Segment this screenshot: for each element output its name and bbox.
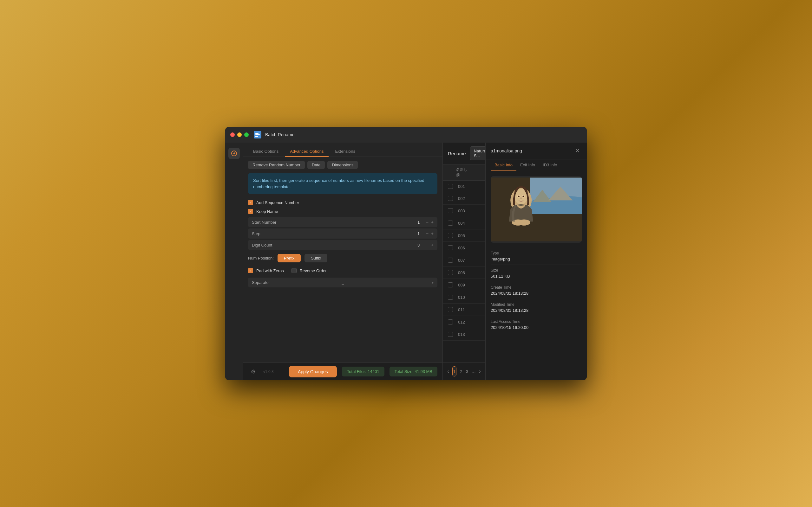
remove-random-number-button[interactable]: Remove Random Number	[248, 161, 305, 169]
file-row-checkbox[interactable]	[448, 307, 453, 312]
separator-dropdown-icon[interactable]: ▾	[432, 280, 434, 285]
svg-point-11	[522, 195, 524, 197]
page-button-3[interactable]: 3	[465, 366, 469, 377]
file-row-checkbox[interactable]	[448, 208, 453, 213]
pagination-next[interactable]: ›	[478, 367, 481, 376]
file-row-checkbox[interactable]	[448, 233, 453, 238]
file-list-item[interactable]: alert_副本.png 002	[443, 192, 485, 205]
tab-id3-info[interactable]: ID3 Info	[539, 159, 561, 171]
right-panel-close-button[interactable]: ✕	[573, 147, 582, 155]
size-label: Size	[491, 268, 582, 273]
add-sequence-checkbox[interactable]: ✓	[248, 200, 253, 205]
modified-time-field: Modified Time 2024/08/31 18:13:28	[491, 299, 582, 316]
separator-value[interactable]: _	[342, 280, 429, 285]
pagination-prev[interactable]: ‹	[447, 367, 450, 376]
page-button-2[interactable]: 2	[459, 366, 463, 377]
file-list-item[interactable]: alert_副本12.png 013	[443, 328, 485, 341]
file-row-checkbox[interactable]	[448, 184, 453, 189]
step-label: Step	[252, 231, 411, 236]
step-decrement[interactable]: −	[426, 231, 428, 236]
dimensions-button[interactable]: Dimensions	[327, 161, 358, 169]
app-title: Batch Rename	[265, 132, 295, 137]
description-box: Sort files first, then generate a sequen…	[248, 173, 438, 194]
step-value[interactable]: 1	[414, 231, 423, 236]
sidebar-rename-icon[interactable]	[229, 148, 240, 159]
apply-changes-button[interactable]: Apply Changes	[289, 366, 337, 377]
date-button[interactable]: Date	[307, 161, 325, 169]
digit-count-decrement[interactable]: −	[426, 242, 428, 247]
last-access-time-field: Last Access Time 2024/10/15 16:20:00	[491, 316, 582, 333]
file-row-checkbox[interactable]	[448, 295, 453, 300]
keep-name-checkbox[interactable]: ✓	[248, 209, 253, 214]
info-section: Type image/png Size 501.12 KB Create Tim…	[486, 248, 587, 380]
file-row-checkbox[interactable]	[448, 320, 453, 325]
total-size-stat: Total Size: 41.93 MB	[390, 367, 438, 377]
svg-point-10	[518, 195, 519, 197]
tab-basic-options[interactable]: Basic Options	[248, 147, 284, 157]
digit-count-increment[interactable]: +	[431, 242, 434, 247]
tab-advanced-options[interactable]: Advanced Options	[285, 147, 328, 157]
file-row-checkbox[interactable]	[448, 270, 453, 275]
file-list-item[interactable]: alert_副本2.png 003	[443, 205, 485, 217]
file-list-item[interactable]: alert_副本6.png 007	[443, 254, 485, 267]
file-row-checkbox[interactable]	[448, 221, 453, 226]
pad-zeros-checkbox[interactable]: ✓	[248, 268, 253, 273]
start-number-value[interactable]: 1	[414, 220, 423, 225]
digit-count-controls: − +	[426, 242, 434, 247]
file-list-item[interactable]: alert_副本4.png 005	[443, 229, 485, 242]
file-list-item[interactable]: a1monalisa.png 001	[443, 181, 485, 192]
file-list-item[interactable]: alert_副本10.png 011	[443, 303, 485, 316]
file-list-item[interactable]: alert_副本11.png 012	[443, 316, 485, 328]
step-increment[interactable]: +	[431, 231, 434, 236]
tab-basic-info[interactable]: Basic Info	[491, 159, 516, 171]
file-row-checkbox[interactable]	[448, 258, 453, 263]
page-button-1[interactable]: 1	[452, 366, 456, 377]
maximize-traffic-light[interactable]	[244, 132, 249, 137]
file-list: a1monalisa.png 001 alert_副本.png 002 aler…	[443, 181, 485, 362]
start-number-decrement[interactable]: −	[426, 220, 428, 225]
digit-count-value[interactable]: 3	[414, 243, 423, 247]
create-time-value: 2024/08/31 18:13:28	[491, 291, 582, 296]
pad-zeros-row: ✓ Pad with Zeros	[248, 266, 284, 275]
svg-point-13	[518, 220, 530, 226]
file-row-checkbox[interactable]	[448, 196, 453, 201]
column-headers: 名前 新し	[443, 164, 485, 181]
last-access-time-label: Last Access Time	[491, 320, 582, 324]
num-position-label: Num Position:	[248, 256, 274, 261]
file-list-item[interactable]: alert_副本3.png 004	[443, 217, 485, 229]
file-list-item[interactable]: alert_副本5.png 006	[443, 242, 485, 254]
pagination: ‹ 1 2 3 ... ›	[443, 362, 485, 380]
start-number-increment[interactable]: +	[431, 220, 434, 225]
file-row-checkbox[interactable]	[448, 282, 453, 287]
pad-zeros-label: Pad with Zeros	[256, 268, 284, 273]
version-text: v1.0.3	[263, 370, 274, 374]
file-row-new-name: 013	[458, 332, 480, 337]
separator-row: Separator _ ▾	[248, 278, 438, 287]
prefix-button[interactable]: Prefix	[277, 254, 301, 262]
minimize-traffic-light[interactable]	[237, 132, 242, 137]
file-row-checkbox[interactable]	[448, 245, 453, 250]
suffix-button[interactable]: Suffix	[305, 254, 327, 262]
app-window: Batch Rename Basic Options Advanced Opti…	[225, 127, 587, 380]
rename-header: Rename Natural S... ▾ Ascending	[443, 143, 485, 164]
modified-time-value: 2024/08/31 18:13:28	[491, 308, 582, 313]
header-checkbox-col	[448, 167, 456, 178]
settings-icon-button[interactable]: ⚙	[248, 367, 258, 377]
close-traffic-light[interactable]	[230, 132, 235, 137]
add-sequence-row: ✓ Add Sequence Number	[248, 198, 438, 207]
file-row-new-name: 011	[458, 307, 480, 312]
file-row-new-name: 007	[458, 258, 480, 263]
separator-label: Separator	[252, 280, 339, 285]
tab-exif-info[interactable]: Exif Info	[516, 159, 539, 171]
tab-extensions[interactable]: Extensions	[330, 147, 360, 157]
reverse-order-checkbox[interactable]	[292, 268, 297, 273]
file-list-item[interactable]: alert_副本8.png 009	[443, 279, 485, 291]
file-list-item[interactable]: alert_副本9.png 010	[443, 291, 485, 303]
file-row-checkbox[interactable]	[448, 332, 453, 337]
file-row-new-name: 009	[458, 283, 480, 287]
svg-rect-0	[255, 133, 258, 134]
settings-section: ✓ Add Sequence Number ✓ Keep Name Start …	[243, 198, 443, 362]
info-tabs: Basic Info Exif Info ID3 Info	[486, 159, 587, 171]
file-list-item[interactable]: alert_副本7.png 008	[443, 267, 485, 279]
digit-count-label: Digit Count	[252, 243, 411, 247]
